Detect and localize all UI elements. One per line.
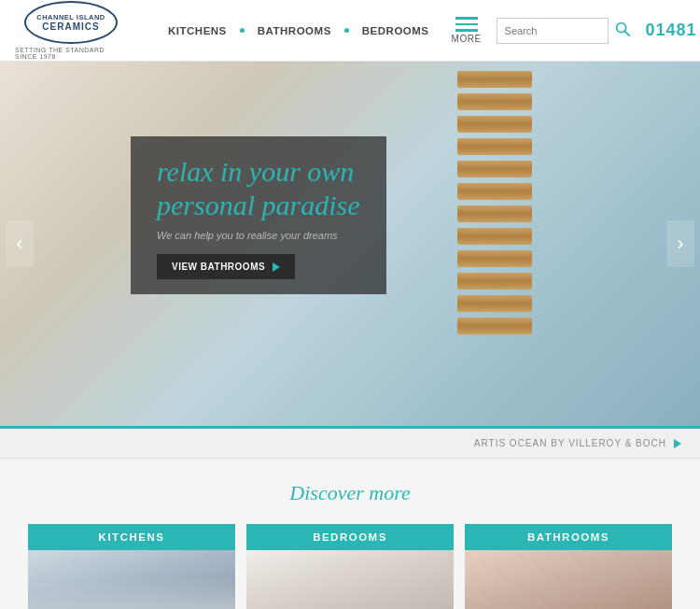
hero-next-button[interactable]: › [666, 220, 694, 267]
main-nav: KITCHENS BATHROOMS BEDROOMS [155, 25, 442, 36]
category-card-bedrooms[interactable]: BEDROOMS [246, 524, 454, 609]
search-button[interactable] [609, 21, 637, 40]
artis-banner[interactable]: ARTIS OCEAN by Villeroy & Boch [0, 426, 700, 459]
hero-subtitle: We can help you to realise your dreams [157, 230, 360, 241]
hero-title: relax in your own personal paradise [157, 155, 360, 222]
search-input[interactable] [497, 18, 609, 44]
kitchen-image-bg [28, 550, 235, 609]
logo-bottom-text: CERAMICS [42, 21, 99, 33]
bathroom-image-bg [465, 550, 672, 609]
more-label: MORE [452, 34, 482, 44]
slat-3 [457, 116, 532, 133]
category-card-kitchens[interactable]: KITCHENS [28, 524, 235, 609]
hero-next-icon: › [677, 232, 683, 256]
discover-title: Discover more [28, 481, 672, 505]
slat-8 [457, 228, 532, 245]
category-image-bathrooms [465, 550, 672, 609]
phone-area: 01481 234 000 [646, 21, 700, 40]
slat-10 [457, 273, 532, 290]
hero-cta-label: VIEW BATHROOMS [172, 262, 265, 272]
hamburger-line-3 [455, 29, 478, 32]
nav-item-bedrooms[interactable]: BEDROOMS [349, 25, 442, 36]
hero-overlay: relax in your own personal paradise We c… [131, 136, 386, 294]
category-card-bathrooms[interactable]: BATHROOMS [465, 524, 672, 609]
search-area: 01481 234 000 [497, 18, 700, 44]
slat-11 [457, 295, 532, 312]
logo-tagline: SETTING THE STANDARD SINCE 1978 [15, 47, 127, 60]
hamburger-icon[interactable] [455, 17, 478, 32]
category-grid: KITCHENS BEDROOMS BATHROOMS [28, 524, 672, 609]
hamburger-line-2 [455, 23, 478, 26]
search-icon [614, 21, 631, 37]
hero-cta-button[interactable]: VIEW BATHROOMS [157, 254, 295, 279]
slat-1 [457, 71, 532, 88]
hero-section: relax in your own personal paradise We c… [0, 62, 700, 426]
bedroom-image-bg [246, 550, 454, 609]
slat-9 [457, 250, 532, 267]
hero-prev-button[interactable]: ‹ [6, 220, 34, 267]
category-image-bedrooms [246, 550, 454, 609]
category-image-kitchens [28, 550, 235, 609]
hero-slats-decoration [457, 62, 532, 426]
phone-number: 01481 234 000 [646, 21, 700, 40]
discover-section: Discover more KITCHENS BEDROOMS BATHROOM… [0, 459, 700, 609]
nav-item-kitchens[interactable]: KITCHENS [155, 25, 240, 36]
artis-text: ARTIS OCEAN by Villeroy & Boch [474, 438, 666, 448]
logo-top-text: Channel Island [36, 13, 105, 21]
hero-cta-arrow-icon [273, 262, 280, 272]
category-label-bathrooms: BATHROOMS [465, 524, 672, 550]
nav-item-bathrooms[interactable]: BATHROOMS [245, 25, 344, 36]
artis-arrow-icon [674, 439, 681, 448]
slat-5 [457, 161, 532, 177]
hero-prev-icon: ‹ [16, 232, 22, 256]
logo-oval: Channel Island CERAMICS [24, 1, 118, 44]
svg-line-1 [624, 31, 629, 35]
header: Channel Island CERAMICS SETTING THE STAN… [0, 0, 700, 62]
logo-area[interactable]: Channel Island CERAMICS SETTING THE STAN… [15, 1, 127, 60]
slat-12 [457, 318, 532, 334]
more-menu-area[interactable]: MORE [452, 17, 482, 44]
slat-6 [457, 183, 532, 200]
category-label-kitchens: KITCHENS [28, 524, 235, 550]
slat-2 [457, 93, 532, 110]
hamburger-line-1 [455, 17, 478, 20]
slat-7 [457, 205, 532, 222]
slat-4 [457, 138, 532, 155]
category-label-bedrooms: BEDROOMS [246, 524, 454, 550]
